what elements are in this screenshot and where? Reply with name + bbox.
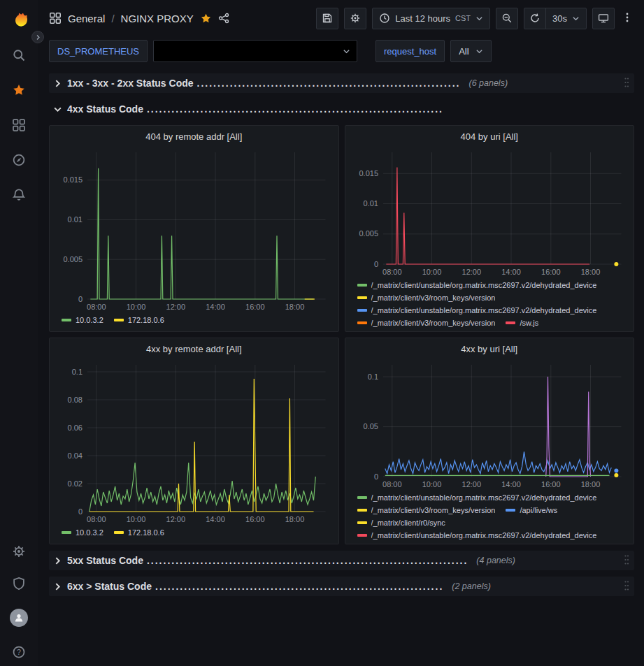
row-drag-handle[interactable] <box>617 580 629 593</box>
svg-text:0.1: 0.1 <box>367 372 378 381</box>
chevron-down-icon <box>572 15 580 22</box>
request-host-variable-label[interactable]: request_host <box>375 40 445 62</box>
row-panel-count: (2 panels) <box>452 581 491 591</box>
legend-swatch <box>62 531 71 534</box>
svg-text:?: ? <box>17 648 21 656</box>
dashboard-settings-button[interactable] <box>344 8 366 29</box>
svg-text:0.02: 0.02 <box>68 479 83 488</box>
legend-item[interactable]: /api/live/ws <box>506 505 557 516</box>
apps-grid-icon[interactable] <box>49 12 62 24</box>
alerting-bell-icon[interactable] <box>12 188 26 202</box>
sidebar-nav-top <box>12 48 26 202</box>
svg-text:10:00: 10:00 <box>422 268 441 276</box>
sidebar-expand-button[interactable] <box>31 31 44 43</box>
favorite-star-icon[interactable] <box>200 13 212 24</box>
panel-title[interactable]: 404 by remote addr [All] <box>55 129 333 145</box>
tv-mode-button[interactable] <box>592 8 615 29</box>
legend-label: /_matrix/client/unstable/org.matrix.msc2… <box>371 306 597 314</box>
legend-item[interactable]: 172.18.0.6 <box>114 527 164 538</box>
chevron-right-icon <box>53 582 62 591</box>
legend-item[interactable]: /_matrix/client/v3/room_keys/version <box>357 292 496 303</box>
panel-4xx-by-uri: 4xx by uri [All] 00.050.108:0010:0012:00… <box>345 338 635 544</box>
breadcrumb-section[interactable]: General <box>68 13 105 24</box>
legend-item[interactable]: 172.18.0.6 <box>114 314 164 326</box>
panel-title[interactable]: 4xx by remote addr [All] <box>55 341 333 358</box>
refresh-button[interactable] <box>524 8 546 29</box>
row-title: 4xx Status Code <box>67 103 143 115</box>
dashboard-row-1xx-3xx-2xx[interactable]: 1xx - 3xx - 2xx Status Code ............… <box>49 73 634 93</box>
row-drag-handle[interactable] <box>617 77 629 90</box>
legend-item[interactable]: /_matrix/client/unstable/org.matrix.msc2… <box>357 305 597 316</box>
panel-title[interactable]: 4xx by uri [All] <box>351 341 629 358</box>
legend-swatch <box>357 521 367 524</box>
chevron-down-icon <box>475 15 483 22</box>
svg-text:0.01: 0.01 <box>363 199 378 208</box>
legend-label: /api/live/ws <box>520 506 557 514</box>
dashboards-icon[interactable] <box>12 118 26 132</box>
configuration-gear-icon[interactable] <box>12 544 26 558</box>
share-icon[interactable] <box>218 13 229 24</box>
legend-item[interactable]: /_matrix/client/v3/room_keys/version <box>357 505 496 516</box>
svg-text:0.015: 0.015 <box>359 169 378 178</box>
request-host-variable-dropdown[interactable]: All <box>450 40 491 62</box>
breadcrumb-separator: / <box>111 13 114 24</box>
svg-text:0.08: 0.08 <box>68 396 83 404</box>
grafana-logo[interactable] <box>7 7 31 33</box>
kebab-menu-icon <box>622 12 633 23</box>
svg-text:0.005: 0.005 <box>359 229 378 238</box>
time-range-picker[interactable]: Last 12 hours CST <box>372 8 490 29</box>
svg-text:0: 0 <box>78 295 83 303</box>
gear-icon <box>350 13 361 24</box>
timeseries-chart[interactable]: 00.0050.010.01508:0010:0012:0014:0016:00… <box>351 145 629 278</box>
datasource-variable-label[interactable]: DS_PROMETHEUS <box>49 40 148 62</box>
dashboard-title[interactable]: NGINX PROXY <box>121 13 194 24</box>
legend-swatch <box>357 321 367 324</box>
svg-text:0.015: 0.015 <box>63 175 83 184</box>
svg-text:0.06: 0.06 <box>68 424 83 432</box>
search-icon[interactable] <box>12 48 26 62</box>
user-avatar[interactable] <box>10 609 28 627</box>
legend-item[interactable]: /_matrix/client/unstable/org.matrix.msc2… <box>357 530 597 540</box>
monitor-icon <box>598 13 609 24</box>
legend-item[interactable]: /sw.js <box>506 317 538 327</box>
timeseries-chart[interactable]: 00.050.108:0010:0012:0014:0016:0018:00 <box>351 358 629 491</box>
svg-text:12:00: 12:00 <box>166 515 186 523</box>
legend-item[interactable]: /_matrix/client/v3/room_keys/version <box>357 317 496 327</box>
explore-compass-icon[interactable] <box>12 153 26 167</box>
legend-item[interactable]: 10.0.3.2 <box>62 314 103 326</box>
chevron-down-icon <box>343 48 350 55</box>
row-panel-count: (6 panels) <box>468 78 508 88</box>
chevron-right-icon <box>35 34 41 41</box>
legend-swatch <box>62 319 71 321</box>
dashboard-row-6xx[interactable]: 6xx > Status Code ......................… <box>49 577 634 596</box>
legend-item[interactable]: 10.0.3.2 <box>62 527 103 538</box>
panel-4xx-by-remote-addr: 4xx by remote addr [All] 00.020.040.060.… <box>49 338 339 544</box>
zoom-out-time-button[interactable] <box>496 8 518 29</box>
timeseries-chart[interactable]: 00.0050.010.01508:0010:0012:0014:0016:00… <box>55 145 333 313</box>
legend-item[interactable]: /_matrix/client/unstable/org.matrix.msc2… <box>357 492 597 503</box>
save-dashboard-button[interactable] <box>316 8 338 29</box>
server-admin-shield-icon[interactable] <box>12 577 26 591</box>
legend-item[interactable]: /_matrix/client/unstable/org.matrix.msc2… <box>357 280 597 291</box>
legend-item[interactable]: /_matrix/client/r0/sync <box>357 517 445 528</box>
more-options-button[interactable] <box>620 12 634 25</box>
chevron-down-icon <box>53 105 62 114</box>
timeseries-chart[interactable]: 00.020.040.060.080.108:0010:0012:0014:00… <box>55 358 333 526</box>
dashboard-row-4xx[interactable]: 4xx Status Code ........................… <box>49 99 634 119</box>
refresh-interval-dropdown[interactable]: 30s <box>545 8 587 29</box>
person-icon <box>13 612 24 623</box>
row-drag-handle[interactable] <box>617 554 629 567</box>
legend-label: /_matrix/client/v3/room_keys/version <box>371 294 496 302</box>
legend-label: 10.0.3.2 <box>76 316 103 324</box>
help-icon[interactable]: ? <box>12 645 26 659</box>
main-area: General / NGINX PROXY Last 12 hours CST <box>38 0 644 666</box>
dashboard-row-5xx[interactable]: 5xx Status Code ........................… <box>49 551 634 570</box>
starred-dashboards-icon[interactable] <box>12 83 26 97</box>
panel-legend: 10.0.3.2172.18.0.6 <box>55 313 333 326</box>
legend-label: 172.18.0.6 <box>128 528 164 537</box>
legend-label: /_matrix/client/v3/room_keys/version <box>371 319 496 327</box>
datasource-variable-value[interactable] <box>153 40 357 62</box>
panel-title[interactable]: 404 by uri [All] <box>351 129 629 145</box>
svg-text:10:00: 10:00 <box>127 515 146 523</box>
svg-text:0.005: 0.005 <box>63 255 83 263</box>
